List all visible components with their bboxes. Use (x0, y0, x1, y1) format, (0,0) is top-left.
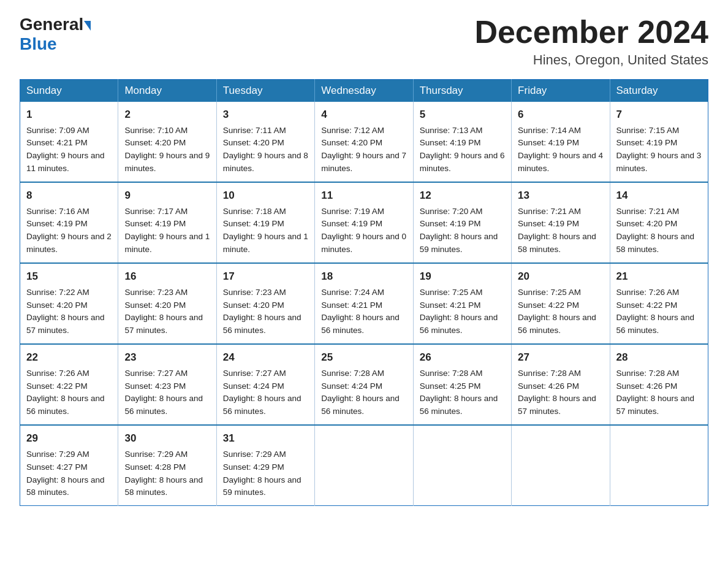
daylight-label: Daylight: 8 hours and 58 minutes. (26, 475, 105, 497)
sunset-label: Sunset: 4:28 PM (124, 462, 186, 472)
sunset-label: Sunset: 4:19 PM (26, 219, 88, 228)
daylight-label: Daylight: 8 hours and 58 minutes. (518, 232, 596, 254)
daylight-label: Daylight: 8 hours and 59 minutes. (223, 475, 301, 497)
sunset-label: Sunset: 4:20 PM (223, 138, 284, 147)
day-number: 15 (26, 269, 112, 285)
daylight-label: Daylight: 9 hours and 7 minutes. (321, 151, 406, 173)
location: Hines, Oregon, United States (474, 52, 708, 68)
daylight-label: Daylight: 8 hours and 56 minutes. (321, 394, 400, 416)
calendar-cell: 25Sunrise: 7:28 AMSunset: 4:24 PMDayligh… (315, 344, 413, 425)
logo-blue-text: Blue (20, 34, 57, 54)
sunset-label: Sunset: 4:19 PM (321, 219, 382, 228)
sunrise-label: Sunrise: 7:29 AM (124, 450, 188, 459)
week-row-3: 15Sunrise: 7:22 AMSunset: 4:20 PMDayligh… (20, 263, 708, 344)
day-number: 17 (223, 269, 308, 285)
daylight-label: Daylight: 8 hours and 56 minutes. (321, 313, 400, 335)
sunset-label: Sunset: 4:20 PM (223, 301, 284, 310)
sunset-label: Sunset: 4:23 PM (124, 381, 186, 391)
daylight-label: Daylight: 8 hours and 56 minutes. (616, 313, 695, 335)
daylight-label: Daylight: 8 hours and 57 minutes. (124, 313, 203, 335)
daylight-label: Daylight: 8 hours and 57 minutes. (616, 394, 695, 416)
sunrise-label: Sunrise: 7:10 AM (124, 126, 188, 135)
calendar-cell: 17Sunrise: 7:23 AMSunset: 4:20 PMDayligh… (216, 263, 314, 344)
calendar-cell: 5Sunrise: 7:13 AMSunset: 4:19 PMDaylight… (413, 102, 511, 182)
title-block: December 2024 Hines, Oregon, United Stat… (474, 15, 708, 68)
sunrise-label: Sunrise: 7:22 AM (26, 288, 89, 297)
daylight-label: Daylight: 9 hours and 1 minute. (223, 232, 308, 254)
week-row-2: 8Sunrise: 7:16 AMSunset: 4:19 PMDaylight… (20, 182, 708, 263)
daylight-label: Daylight: 8 hours and 56 minutes. (124, 394, 203, 416)
sunrise-label: Sunrise: 7:24 AM (321, 288, 384, 297)
daylight-label: Daylight: 8 hours and 58 minutes. (124, 475, 203, 497)
sunrise-label: Sunrise: 7:11 AM (223, 126, 286, 135)
calendar-cell: 21Sunrise: 7:26 AMSunset: 4:22 PMDayligh… (610, 263, 708, 344)
sunset-label: Sunset: 4:19 PM (420, 138, 481, 147)
sunset-label: Sunset: 4:20 PM (616, 219, 678, 228)
sunrise-label: Sunrise: 7:23 AM (223, 288, 286, 297)
day-number: 3 (223, 107, 308, 123)
sunset-label: Sunset: 4:25 PM (420, 381, 481, 391)
day-number: 12 (420, 188, 505, 204)
sunset-label: Sunset: 4:21 PM (420, 301, 481, 310)
sunset-label: Sunset: 4:20 PM (321, 138, 382, 147)
sunrise-label: Sunrise: 7:26 AM (26, 369, 89, 378)
day-header-friday: Friday (512, 80, 610, 102)
calendar-cell: 1Sunrise: 7:09 AMSunset: 4:21 PMDaylight… (20, 102, 118, 182)
day-number: 26 (420, 350, 505, 366)
days-of-week-row: SundayMondayTuesdayWednesdayThursdayFrid… (20, 80, 708, 102)
day-header-monday: Monday (118, 80, 216, 102)
day-number: 23 (124, 350, 210, 366)
sunset-label: Sunset: 4:19 PM (518, 219, 579, 228)
calendar-cell: 23Sunrise: 7:27 AMSunset: 4:23 PMDayligh… (118, 344, 216, 425)
calendar-cell: 16Sunrise: 7:23 AMSunset: 4:20 PMDayligh… (118, 263, 216, 344)
day-number: 22 (26, 350, 112, 366)
calendar-cell: 27Sunrise: 7:28 AMSunset: 4:26 PMDayligh… (512, 344, 610, 425)
sunrise-label: Sunrise: 7:28 AM (420, 369, 483, 378)
day-number: 25 (321, 350, 406, 366)
day-header-saturday: Saturday (610, 80, 708, 102)
calendar-cell: 11Sunrise: 7:19 AMSunset: 4:19 PMDayligh… (315, 182, 413, 263)
daylight-label: Daylight: 9 hours and 4 minutes. (518, 151, 603, 173)
calendar-cell: 26Sunrise: 7:28 AMSunset: 4:25 PMDayligh… (413, 344, 511, 425)
calendar-cell (512, 425, 610, 506)
sunset-label: Sunset: 4:26 PM (616, 381, 678, 391)
daylight-label: Daylight: 8 hours and 56 minutes. (420, 394, 498, 416)
sunrise-label: Sunrise: 7:25 AM (420, 288, 483, 297)
day-number: 13 (518, 188, 603, 204)
sunset-label: Sunset: 4:19 PM (124, 219, 186, 228)
day-number: 7 (616, 107, 702, 123)
daylight-label: Daylight: 8 hours and 57 minutes. (26, 313, 105, 335)
day-header-sunday: Sunday (20, 80, 118, 102)
calendar-cell: 10Sunrise: 7:18 AMSunset: 4:19 PMDayligh… (216, 182, 314, 263)
calendar-cell: 31Sunrise: 7:29 AMSunset: 4:29 PMDayligh… (216, 425, 314, 506)
sunrise-label: Sunrise: 7:28 AM (518, 369, 581, 378)
sunset-label: Sunset: 4:20 PM (124, 301, 186, 310)
sunset-label: Sunset: 4:19 PM (223, 219, 284, 228)
sunrise-label: Sunrise: 7:20 AM (420, 207, 483, 216)
daylight-label: Daylight: 9 hours and 0 minutes. (321, 232, 406, 254)
calendar-cell: 8Sunrise: 7:16 AMSunset: 4:19 PMDaylight… (20, 182, 118, 263)
sunrise-label: Sunrise: 7:29 AM (26, 450, 89, 459)
sunrise-label: Sunrise: 7:27 AM (223, 369, 286, 378)
page: General Blue December 2024 Hines, Oregon… (0, 0, 728, 526)
day-number: 30 (124, 431, 210, 446)
sunrise-label: Sunrise: 7:25 AM (518, 288, 581, 297)
sunrise-label: Sunrise: 7:29 AM (223, 450, 286, 459)
daylight-label: Daylight: 8 hours and 56 minutes. (223, 394, 301, 416)
calendar-cell: 4Sunrise: 7:12 AMSunset: 4:20 PMDaylight… (315, 102, 413, 182)
sunset-label: Sunset: 4:20 PM (124, 138, 186, 147)
sunset-label: Sunset: 4:19 PM (518, 138, 579, 147)
header: General Blue December 2024 Hines, Oregon… (20, 15, 708, 68)
sunrise-label: Sunrise: 7:21 AM (616, 207, 680, 216)
sunrise-label: Sunrise: 7:17 AM (124, 207, 188, 216)
week-row-5: 29Sunrise: 7:29 AMSunset: 4:27 PMDayligh… (20, 425, 708, 506)
month-title: December 2024 (474, 15, 708, 50)
daylight-label: Daylight: 9 hours and 9 minutes. (124, 151, 210, 173)
daylight-label: Daylight: 8 hours and 56 minutes. (420, 313, 498, 335)
day-number: 14 (616, 188, 702, 204)
day-number: 19 (420, 269, 505, 285)
daylight-label: Daylight: 9 hours and 2 minutes. (26, 232, 112, 254)
day-number: 1 (26, 107, 112, 123)
day-number: 16 (124, 269, 210, 285)
day-number: 20 (518, 269, 603, 285)
